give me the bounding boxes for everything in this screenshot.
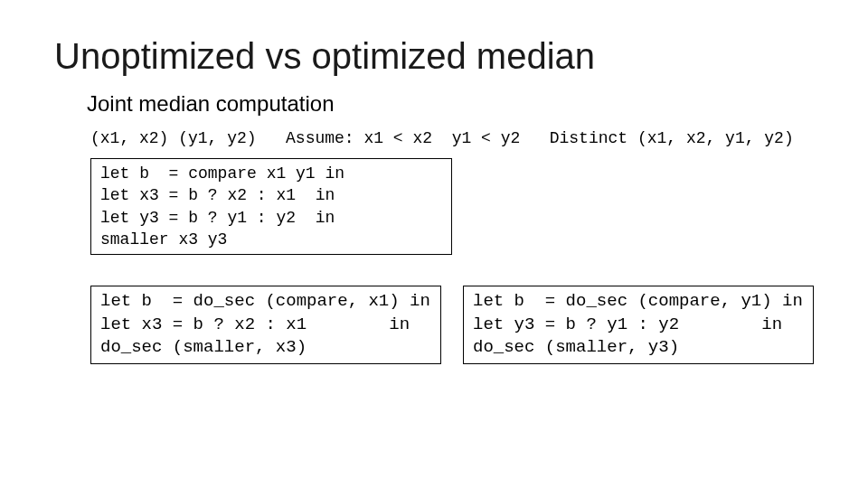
- code-block-unoptimized: let b = compare x1 y1 in let x3 = b ? x2…: [90, 158, 452, 255]
- slide-subtitle: Joint median computation: [87, 91, 814, 117]
- optimized-row: let b = do_sec (compare, x1) in let x3 =…: [90, 286, 814, 364]
- slide-title: Unoptimized vs optimized median: [54, 36, 814, 77]
- slide: Unoptimized vs optimized median Joint me…: [0, 0, 868, 488]
- code-block-optimized-left: let b = do_sec (compare, x1) in let x3 =…: [90, 286, 441, 364]
- code-block-optimized-right: let b = do_sec (compare, y1) in let y3 =…: [463, 286, 814, 364]
- assumptions-line: (x1, x2) (y1, y2) Assume: x1 < x2 y1 < y…: [90, 129, 814, 147]
